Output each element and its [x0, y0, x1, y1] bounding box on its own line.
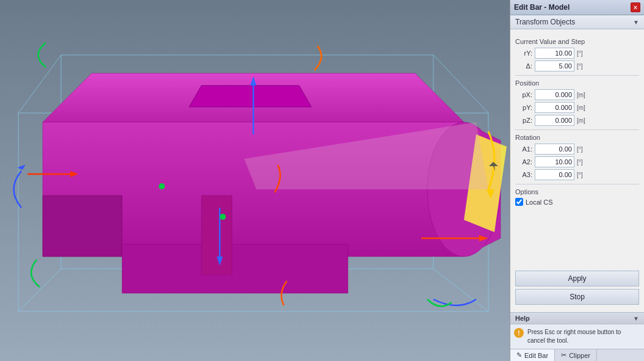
a2-row: A2: [°] [515, 156, 639, 167]
divider-1 [515, 75, 639, 76]
edit-bar-icon: ✎ [516, 351, 522, 359]
px-row: pX: [m] [515, 89, 639, 100]
pz-unit: [m] [577, 117, 585, 124]
local-cs-checkbox[interactable] [515, 198, 523, 206]
transform-title: Transform Objects [515, 18, 575, 26]
delta-row: Δ: [°] [515, 60, 639, 71]
3d-viewport[interactable] [0, 0, 510, 361]
tab-clipper[interactable]: ✂ Clipper [555, 349, 597, 361]
svg-marker-19 [189, 86, 311, 107]
divider-2 [515, 129, 639, 130]
tab-edit-bar[interactable]: ✎ Edit Bar [510, 349, 555, 361]
a2-input[interactable] [535, 156, 574, 167]
ry-label: rY: [515, 49, 532, 57]
py-label: pY: [515, 104, 532, 111]
panel-title: Edit Bar - Model [514, 3, 570, 12]
dropdown-arrow-icon: ▼ [633, 19, 639, 26]
options-label: Options [515, 188, 639, 195]
current-value-section: Current Value and Step rY: [°] Δ: [°] [515, 38, 639, 71]
clipper-icon: ✂ [561, 351, 566, 359]
clipper-label: Clipper [569, 352, 590, 359]
help-info-icon: ! [514, 328, 524, 338]
svg-marker-18 [122, 244, 348, 293]
close-button[interactable]: × [631, 2, 640, 12]
a2-label: A2: [515, 158, 532, 166]
a1-label: A1: [515, 145, 532, 153]
panel-content: Current Value and Step rY: [°] Δ: [°] Po… [510, 29, 644, 266]
svg-marker-17 [43, 195, 122, 257]
buttons-section: Apply Stop [510, 266, 644, 312]
py-unit: [m] [577, 104, 585, 111]
a2-unit: [°] [577, 159, 583, 166]
svg-point-32 [159, 183, 165, 189]
px-input[interactable] [535, 89, 574, 100]
px-unit: [m] [577, 92, 585, 98]
delta-input[interactable] [535, 60, 574, 71]
a3-row: A3: [°] [515, 169, 639, 180]
local-cs-row: Local CS [515, 198, 639, 206]
pz-row: pZ: [m] [515, 115, 639, 126]
help-title: Help [515, 315, 530, 322]
px-label: pX: [515, 91, 532, 98]
help-message: Press Esc or right mouse button to cance… [527, 328, 640, 345]
svg-point-33 [220, 214, 226, 220]
rotation-label: Rotation [515, 134, 639, 141]
title-bar: Edit Bar - Model × [510, 0, 644, 15]
ry-row: rY: [°] [515, 48, 639, 59]
position-label: Position [515, 79, 639, 87]
rotation-section: Rotation A1: [°] A2: [°] A3: [°] [515, 134, 639, 180]
apply-button[interactable]: Apply [515, 271, 639, 286]
right-panel: Edit Bar - Model × Transform Objects ▼ C… [510, 0, 644, 361]
help-dropdown-icon: ▼ [633, 315, 639, 322]
current-value-label: Current Value and Step [515, 38, 639, 45]
stop-button[interactable]: Stop [515, 289, 639, 305]
a1-row: A1: [°] [515, 144, 639, 155]
delta-unit: [°] [577, 63, 583, 70]
svg-rect-20 [201, 195, 232, 275]
pz-input[interactable] [535, 115, 574, 126]
help-header: Help ▼ [510, 313, 644, 324]
transform-header[interactable]: Transform Objects ▼ [510, 15, 644, 29]
ry-input[interactable] [535, 48, 574, 59]
delta-label: Δ: [515, 62, 532, 70]
help-content: ! Press Esc or right mouse button to can… [510, 324, 644, 349]
help-section: Help ▼ ! Press Esc or right mouse button… [510, 312, 644, 349]
edit-bar-label: Edit Bar [524, 352, 548, 359]
bottom-tabs: ✎ Edit Bar ✂ Clipper [510, 349, 644, 361]
local-cs-label: Local CS [526, 199, 553, 206]
a3-unit: [°] [577, 172, 583, 178]
ry-unit: [°] [577, 50, 583, 57]
pz-label: pZ: [515, 117, 532, 124]
a1-input[interactable] [535, 144, 574, 155]
a1-unit: [°] [577, 146, 583, 153]
a3-label: A3: [515, 171, 532, 178]
py-input[interactable] [535, 102, 574, 113]
divider-3 [515, 184, 639, 184]
py-row: pY: [m] [515, 102, 639, 113]
a3-input[interactable] [535, 169, 574, 180]
position-section: Position pX: [m] pY: [m] pZ: [m] [515, 79, 639, 126]
options-section: Options Local CS [515, 188, 639, 206]
